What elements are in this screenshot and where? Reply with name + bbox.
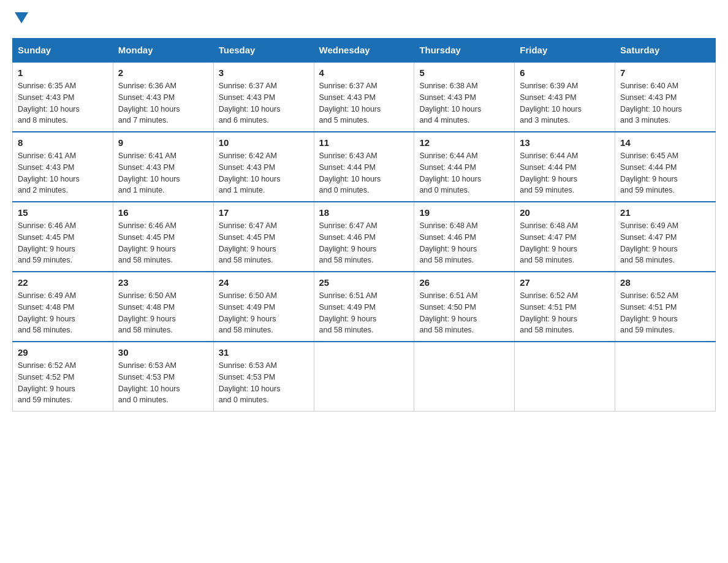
calendar-day-cell: 8Sunrise: 6:41 AMSunset: 4:43 PMDaylight… (13, 132, 113, 202)
day-number: 9 (118, 137, 208, 148)
empty-cell (414, 342, 515, 412)
day-info: Sunrise: 6:45 AMSunset: 4:44 PMDaylight:… (620, 150, 710, 196)
day-number: 28 (620, 277, 710, 288)
day-info: Sunrise: 6:40 AMSunset: 4:43 PMDaylight:… (620, 80, 710, 126)
day-info: Sunrise: 6:46 AMSunset: 4:45 PMDaylight:… (18, 220, 108, 266)
day-info: Sunrise: 6:35 AMSunset: 4:43 PMDaylight:… (18, 80, 108, 126)
calendar-week-row: 22Sunrise: 6:49 AMSunset: 4:48 PMDayligh… (13, 272, 716, 342)
calendar-day-cell: 14Sunrise: 6:45 AMSunset: 4:44 PMDayligh… (615, 132, 716, 202)
day-info: Sunrise: 6:44 AMSunset: 4:44 PMDaylight:… (419, 150, 509, 196)
day-number: 21 (620, 207, 710, 218)
day-number: 30 (118, 347, 208, 358)
day-number: 24 (219, 277, 309, 288)
day-number: 4 (319, 67, 409, 78)
day-info: Sunrise: 6:37 AMSunset: 4:43 PMDaylight:… (319, 80, 409, 126)
day-number: 26 (419, 277, 509, 288)
calendar-day-cell: 22Sunrise: 6:49 AMSunset: 4:48 PMDayligh… (13, 272, 113, 342)
day-number: 11 (319, 137, 409, 148)
day-number: 12 (419, 137, 509, 148)
day-number: 13 (520, 137, 610, 148)
col-header-monday: Monday (113, 39, 213, 63)
calendar-day-cell: 26Sunrise: 6:51 AMSunset: 4:50 PMDayligh… (414, 272, 515, 342)
day-info: Sunrise: 6:53 AMSunset: 4:53 PMDaylight:… (219, 360, 309, 406)
day-number: 25 (319, 277, 409, 288)
calendar-week-row: 15Sunrise: 6:46 AMSunset: 4:45 PMDayligh… (13, 202, 716, 272)
calendar-day-cell: 18Sunrise: 6:47 AMSunset: 4:46 PMDayligh… (314, 202, 414, 272)
calendar-day-cell: 10Sunrise: 6:42 AMSunset: 4:43 PMDayligh… (213, 132, 314, 202)
day-info: Sunrise: 6:49 AMSunset: 4:48 PMDaylight:… (18, 290, 108, 336)
calendar-table: SundayMondayTuesdayWednesdayThursdayFrid… (12, 38, 716, 412)
day-info: Sunrise: 6:51 AMSunset: 4:49 PMDaylight:… (319, 290, 409, 336)
day-number: 23 (118, 277, 208, 288)
col-header-wednesday: Wednesday (314, 39, 414, 63)
calendar-day-cell: 17Sunrise: 6:47 AMSunset: 4:45 PMDayligh… (213, 202, 314, 272)
day-info: Sunrise: 6:52 AMSunset: 4:52 PMDaylight:… (18, 360, 108, 406)
day-info: Sunrise: 6:37 AMSunset: 4:43 PMDaylight:… (219, 80, 309, 126)
day-info: Sunrise: 6:44 AMSunset: 4:44 PMDaylight:… (520, 150, 610, 196)
calendar-week-row: 29Sunrise: 6:52 AMSunset: 4:52 PMDayligh… (13, 342, 716, 412)
day-info: Sunrise: 6:43 AMSunset: 4:44 PMDaylight:… (319, 150, 409, 196)
empty-cell (314, 342, 414, 412)
day-number: 14 (620, 137, 710, 148)
day-number: 16 (118, 207, 208, 218)
day-info: Sunrise: 6:50 AMSunset: 4:49 PMDaylight:… (219, 290, 309, 336)
calendar-day-cell: 31Sunrise: 6:53 AMSunset: 4:53 PMDayligh… (213, 342, 314, 412)
calendar-day-cell: 5Sunrise: 6:38 AMSunset: 4:43 PMDaylight… (414, 62, 515, 132)
calendar-day-cell: 23Sunrise: 6:50 AMSunset: 4:48 PMDayligh… (113, 272, 213, 342)
calendar-day-cell: 21Sunrise: 6:49 AMSunset: 4:47 PMDayligh… (615, 202, 716, 272)
col-header-sunday: Sunday (13, 39, 113, 63)
day-info: Sunrise: 6:46 AMSunset: 4:45 PMDaylight:… (118, 220, 208, 266)
day-info: Sunrise: 6:47 AMSunset: 4:46 PMDaylight:… (319, 220, 409, 266)
calendar-header-row: SundayMondayTuesdayWednesdayThursdayFrid… (13, 39, 716, 63)
calendar-week-row: 8Sunrise: 6:41 AMSunset: 4:43 PMDaylight… (13, 132, 716, 202)
calendar-day-cell: 12Sunrise: 6:44 AMSunset: 4:44 PMDayligh… (414, 132, 515, 202)
day-number: 6 (520, 67, 610, 78)
day-number: 8 (18, 137, 108, 148)
calendar-day-cell: 11Sunrise: 6:43 AMSunset: 4:44 PMDayligh… (314, 132, 414, 202)
day-info: Sunrise: 6:52 AMSunset: 4:51 PMDaylight:… (620, 290, 710, 336)
calendar-day-cell: 2Sunrise: 6:36 AMSunset: 4:43 PMDaylight… (113, 62, 213, 132)
calendar-day-cell: 15Sunrise: 6:46 AMSunset: 4:45 PMDayligh… (13, 202, 113, 272)
col-header-saturday: Saturday (615, 39, 716, 63)
calendar-day-cell: 24Sunrise: 6:50 AMSunset: 4:49 PMDayligh… (213, 272, 314, 342)
svg-marker-0 (15, 12, 28, 23)
col-header-thursday: Thursday (414, 39, 515, 63)
calendar-week-row: 1Sunrise: 6:35 AMSunset: 4:43 PMDaylight… (13, 62, 716, 132)
day-info: Sunrise: 6:39 AMSunset: 4:43 PMDaylight:… (520, 80, 610, 126)
day-info: Sunrise: 6:38 AMSunset: 4:43 PMDaylight:… (419, 80, 509, 126)
day-info: Sunrise: 6:36 AMSunset: 4:43 PMDaylight:… (118, 80, 208, 126)
day-number: 17 (219, 207, 309, 218)
day-info: Sunrise: 6:47 AMSunset: 4:45 PMDaylight:… (219, 220, 309, 266)
day-info: Sunrise: 6:48 AMSunset: 4:46 PMDaylight:… (419, 220, 509, 266)
page-header (12, 12, 716, 26)
day-number: 3 (219, 67, 309, 78)
day-number: 18 (319, 207, 409, 218)
calendar-day-cell: 9Sunrise: 6:41 AMSunset: 4:43 PMDaylight… (113, 132, 213, 202)
day-info: Sunrise: 6:48 AMSunset: 4:47 PMDaylight:… (520, 220, 610, 266)
day-number: 22 (18, 277, 108, 288)
calendar-day-cell: 16Sunrise: 6:46 AMSunset: 4:45 PMDayligh… (113, 202, 213, 272)
day-info: Sunrise: 6:52 AMSunset: 4:51 PMDaylight:… (520, 290, 610, 336)
calendar-day-cell: 25Sunrise: 6:51 AMSunset: 4:49 PMDayligh… (314, 272, 414, 342)
calendar-day-cell: 27Sunrise: 6:52 AMSunset: 4:51 PMDayligh… (515, 272, 615, 342)
day-number: 27 (520, 277, 610, 288)
day-number: 31 (219, 347, 309, 358)
calendar-day-cell: 13Sunrise: 6:44 AMSunset: 4:44 PMDayligh… (515, 132, 615, 202)
empty-cell (515, 342, 615, 412)
day-number: 2 (118, 67, 208, 78)
day-info: Sunrise: 6:50 AMSunset: 4:48 PMDaylight:… (118, 290, 208, 336)
calendar-day-cell: 6Sunrise: 6:39 AMSunset: 4:43 PMDaylight… (515, 62, 615, 132)
col-header-tuesday: Tuesday (213, 39, 314, 63)
calendar-day-cell: 4Sunrise: 6:37 AMSunset: 4:43 PMDaylight… (314, 62, 414, 132)
day-info: Sunrise: 6:53 AMSunset: 4:53 PMDaylight:… (118, 360, 208, 406)
day-info: Sunrise: 6:41 AMSunset: 4:43 PMDaylight:… (18, 150, 108, 196)
calendar-day-cell: 30Sunrise: 6:53 AMSunset: 4:53 PMDayligh… (113, 342, 213, 412)
col-header-friday: Friday (515, 39, 615, 63)
calendar-day-cell: 19Sunrise: 6:48 AMSunset: 4:46 PMDayligh… (414, 202, 515, 272)
logo-arrow-icon (15, 12, 28, 26)
logo (12, 12, 28, 26)
calendar-day-cell: 20Sunrise: 6:48 AMSunset: 4:47 PMDayligh… (515, 202, 615, 272)
calendar-day-cell: 7Sunrise: 6:40 AMSunset: 4:43 PMDaylight… (615, 62, 716, 132)
day-number: 10 (219, 137, 309, 148)
day-info: Sunrise: 6:41 AMSunset: 4:43 PMDaylight:… (118, 150, 208, 196)
